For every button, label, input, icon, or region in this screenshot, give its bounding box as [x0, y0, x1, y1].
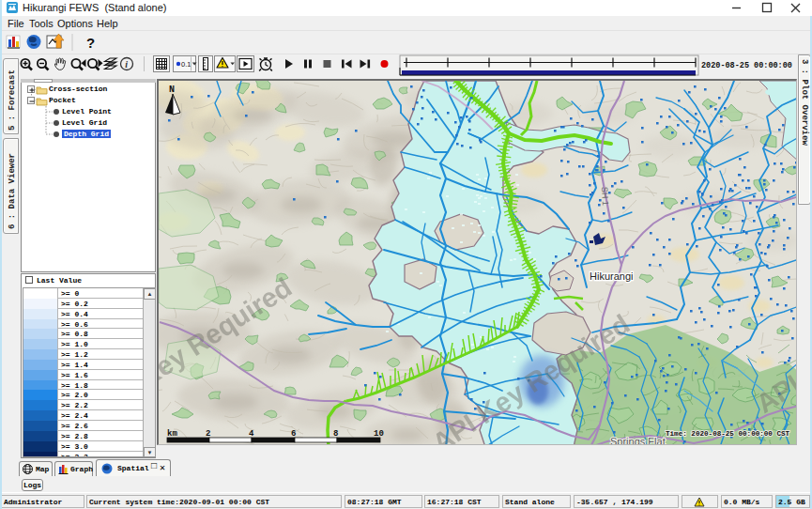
svg-text:2020-08-25 00:00:00 CST: 2020-08-25 00:00:00 CST [701, 61, 796, 70]
svg-text:Springs Flat: Springs Flat [610, 436, 666, 445]
svg-text:km: km [167, 429, 177, 439]
svg-text:8: 8 [333, 429, 338, 439]
svg-text:Time: 2020-08-25 00:00:00 CST: Time: 2020-08-25 00:00:00 CST [666, 430, 790, 438]
svg-text:4: 4 [249, 429, 254, 439]
svg-text:Hikurangi: Hikurangi [590, 270, 633, 282]
svg-text:0.1: 0.1 [181, 60, 191, 69]
svg-text:?: ? [86, 35, 95, 51]
svg-text:2: 2 [206, 429, 210, 439]
svg-text:SH 1: SH 1 [600, 187, 610, 207]
svg-text:6: 6 [291, 429, 296, 439]
svg-text:10: 10 [374, 429, 384, 439]
svg-text:i: i [125, 59, 128, 69]
svg-text:N: N [169, 85, 175, 95]
